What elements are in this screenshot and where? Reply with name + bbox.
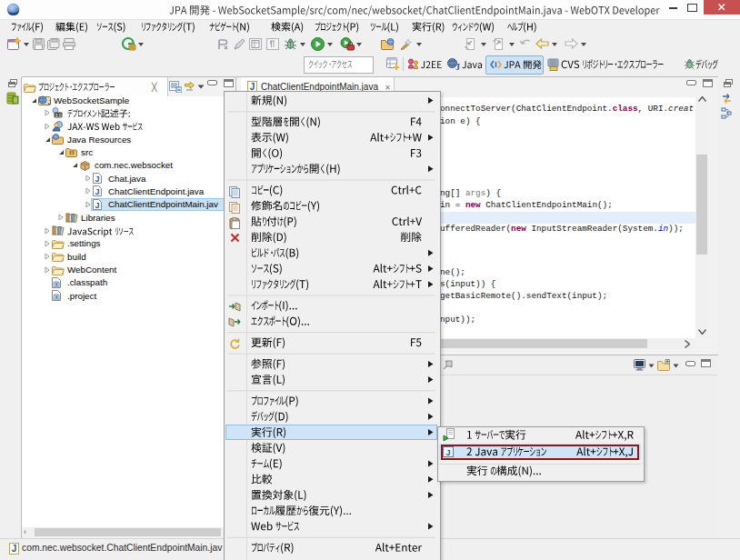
svg-text:x: x <box>55 281 58 287</box>
svg-text:J: J <box>95 201 99 210</box>
svg-text:J: J <box>445 448 450 457</box>
svg-text:J: J <box>48 98 52 105</box>
svg-text:x: x <box>55 294 58 300</box>
svg-text:J: J <box>95 187 99 196</box>
svg-text:3.0: 3.0 <box>55 113 62 118</box>
svg-text:J: J <box>455 62 460 71</box>
svg-text:J: J <box>95 175 99 184</box>
svg-text:J: J <box>12 544 17 554</box>
